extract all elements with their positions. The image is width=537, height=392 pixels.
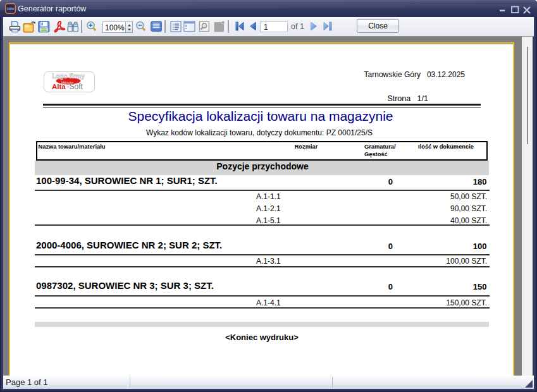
svg-text:SWW: SWW [7,8,15,11]
svg-text:Alta: Alta [52,83,66,90]
svg-text:Logo firmy: Logo firmy [52,73,85,80]
svg-text:-Soft: -Soft [67,82,83,91]
